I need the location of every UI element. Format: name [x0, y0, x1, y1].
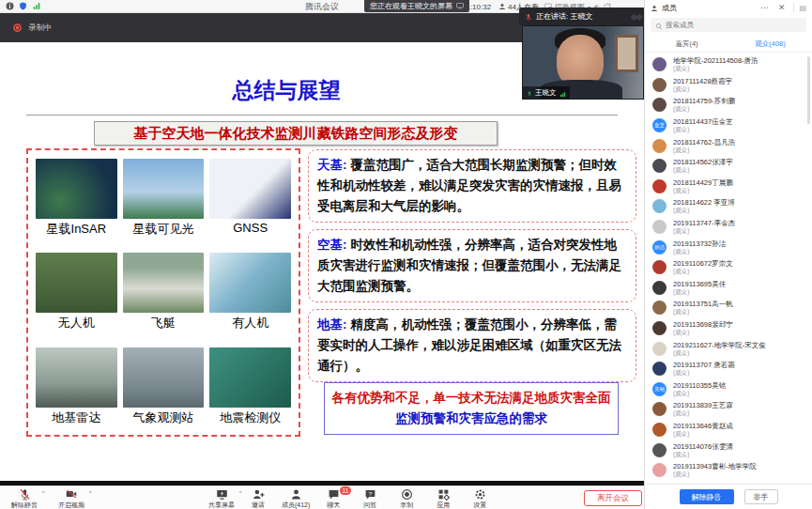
avatar [652, 321, 666, 335]
raise-hand-button[interactable]: 举手 [744, 489, 778, 504]
member-row[interactable]: 2018114562张泽宇 (观众) [645, 156, 812, 177]
member-name: 2019110672罗崇文 [673, 259, 733, 268]
scrollbar[interactable] [807, 56, 810, 124]
member-role: (观众) [673, 166, 733, 174]
gallery-tile: 飞艇 [123, 253, 205, 336]
toolbar-item-icon [401, 488, 413, 500]
gallery-label: 无人机 [36, 315, 117, 332]
members-list: 地学学院-2021114508-唐浩 (观众) 2017111428蔡霞宇 (观… [645, 53, 812, 484]
member-row[interactable]: 2019113839王艺霖 (观众) [645, 399, 812, 420]
watching-screen-toast-text: 您正在观看王晓文的屏幕 [370, 1, 452, 11]
member-row[interactable]: 2018114429丁展鹏 (观众) [645, 177, 812, 197]
member-row[interactable]: 2019113695吴佳 (观众) [645, 278, 812, 299]
member-name: 2019113751高一帆 [673, 300, 733, 308]
member-role: (观众) [673, 65, 758, 72]
toolbar-item[interactable]: 聊天 11 [320, 488, 346, 509]
member-name: 地学学院-2021114508-唐浩 [673, 56, 758, 65]
speaker-video-thumbnail[interactable]: 王晓文 [522, 25, 644, 100]
toolbar-item[interactable]: 设置 [467, 488, 493, 509]
tab-audience[interactable]: 观众(408) [728, 36, 812, 52]
slide-title: 总结与展望 [0, 76, 573, 105]
member-role: (观众) [673, 126, 733, 133]
members-panel-header: 成员 ⋯ ✕ ▤ [645, 0, 812, 15]
toolbar-item[interactable]: 邀请 [245, 488, 271, 509]
gallery-image [209, 159, 291, 219]
search-input[interactable] [666, 21, 802, 29]
toolbar-left-group: 解除静音 ⌃ 开启视频 ⌃ [11, 488, 84, 509]
toolbar-item[interactable]: 成员(412) [282, 488, 310, 509]
chevron-up-icon[interactable]: ⌃ [40, 490, 46, 498]
member-row[interactable]: 2019114076张雯清 (观众) [645, 440, 812, 460]
monitor-icon [456, 2, 464, 11]
toolbar-item[interactable]: 解除静音 ⌃ [11, 488, 38, 509]
point-box: 天基:覆盖范围广，适合大范围长期监测预警；但时效性和机动性较差，难以满足突发灾害… [308, 149, 636, 223]
toolbar-item[interactable]: ? 问答 [357, 488, 383, 509]
member-role: (观众) [673, 390, 726, 397]
members-panel-footer: 解除静音 举手 [645, 484, 812, 509]
member-role: (观众) [673, 349, 766, 357]
member-row[interactable]: 2019110672罗崇文 (观众) [645, 257, 812, 278]
member-icon [651, 0, 658, 16]
toolbar-item-icon: ? [364, 488, 376, 500]
member-row[interactable]: 2019211627-地学学院-宋文俊 (观众) [645, 338, 812, 359]
member-row[interactable]: 2019113943曹彬-地学学院 (观众) [645, 460, 812, 481]
toolbar-item-icon [474, 488, 486, 500]
toolbar-center-group: 共享屏幕 ⌃ 邀请 成员(412) 聊天 11 [208, 488, 493, 509]
member-row[interactable]: 2019113751高一帆 (观众) [645, 298, 812, 318]
member-row[interactable]: 2019113707 唐若惠 (观众) [645, 359, 812, 379]
toolbar-item-icon [437, 488, 450, 500]
member-row[interactable]: 2018114759-苏剑鹏 (观众) [645, 95, 812, 116]
member-name: 2019113695吴佳 [673, 280, 726, 288]
member-row[interactable]: 2019113698裴邱宁 (观众) [645, 318, 812, 339]
slide-subtitle: 基于空天地一体化技术监测川藏铁路空间形态及形变 [94, 121, 498, 146]
speaking-toast-text: 正在讲话: 王晓文 [536, 11, 627, 22]
tab-guests[interactable]: 嘉宾(4) [645, 36, 728, 52]
toolbar-item[interactable]: 开启视频 ⌃ [58, 488, 84, 509]
member-row[interactable]: 地学学院-2021114508-唐浩 (观众) [645, 54, 812, 75]
member-row[interactable]: 2018114622 李亚博 (观众) [645, 196, 812, 217]
member-search-box[interactable] [651, 18, 806, 32]
avatar [652, 463, 666, 477]
gallery-image [123, 159, 205, 219]
toolbar-item[interactable]: 录制 [393, 488, 420, 509]
point-text: 精度高，机动性强；覆盖范围小，分辨率低，需要实时的人工操作，难以涉足困难区域（如… [317, 317, 621, 373]
search-icon [655, 17, 663, 34]
chevron-up-icon[interactable]: ⌃ [87, 490, 93, 498]
member-row[interactable]: 孙洁 2019113732孙洁 (观众) [645, 237, 812, 257]
toolbar-item[interactable]: 共享屏幕 ⌃ [208, 488, 235, 509]
speaker-name: 王晓文 [535, 88, 557, 98]
avatar [652, 78, 666, 92]
member-row[interactable]: 2017111428蔡霞宇 (观众) [645, 75, 812, 96]
member-role: (观众) [673, 105, 735, 113]
avatar [652, 98, 666, 112]
chevron-up-icon[interactable]: ⌃ [237, 490, 243, 498]
point-text: 覆盖范围广，适合大范围长期监测预警；但时效性和机动性较差，难以满足突发灾害的灾情… [317, 158, 621, 213]
meeting-watermark-icon: ◆◆ [631, 11, 641, 22]
leave-meeting-button[interactable]: 离开会议 [584, 490, 642, 506]
avatar [652, 362, 666, 376]
unmute-button[interactable]: 解除静音 [680, 489, 734, 504]
more-options-icon[interactable]: ⋯ [758, 3, 772, 12]
member-role: (观众) [673, 369, 735, 377]
member-name: 2018114437伍金芝 [673, 117, 733, 126]
member-name: 2018114762-昌凡浩 [673, 138, 735, 147]
avatar [652, 260, 666, 274]
member-name: 2019113747-李金杰 [673, 219, 735, 227]
toolbar-item-icon [290, 488, 302, 500]
member-row[interactable]: 金芝 2018114437伍金芝 (观众) [645, 116, 812, 136]
point-label: 天基: [317, 158, 347, 172]
member-role: (观众) [673, 288, 726, 296]
gallery-label: 气象观测站 [123, 409, 205, 426]
member-name: 2018114622 李亚博 [673, 198, 735, 207]
avatar [652, 179, 666, 193]
unread-badge: 11 [340, 486, 352, 495]
member-row[interactable]: 2018114762-昌凡浩 (观众) [645, 135, 812, 156]
member-row[interactable]: 2019113747-李金杰 (观众) [645, 217, 812, 238]
gallery-image [36, 159, 117, 219]
panel-collapse-icon[interactable]: ▤ [793, 4, 806, 12]
member-row[interactable]: 2019113646黄赵成 (观众) [645, 420, 812, 440]
toolbar-item[interactable]: 应用 [430, 488, 456, 509]
close-icon[interactable]: ✕ [775, 3, 789, 12]
gallery-tile: 气象观测站 [123, 347, 205, 431]
member-row[interactable]: 吴铭 2019110355吴铭 (观众) [645, 379, 812, 400]
